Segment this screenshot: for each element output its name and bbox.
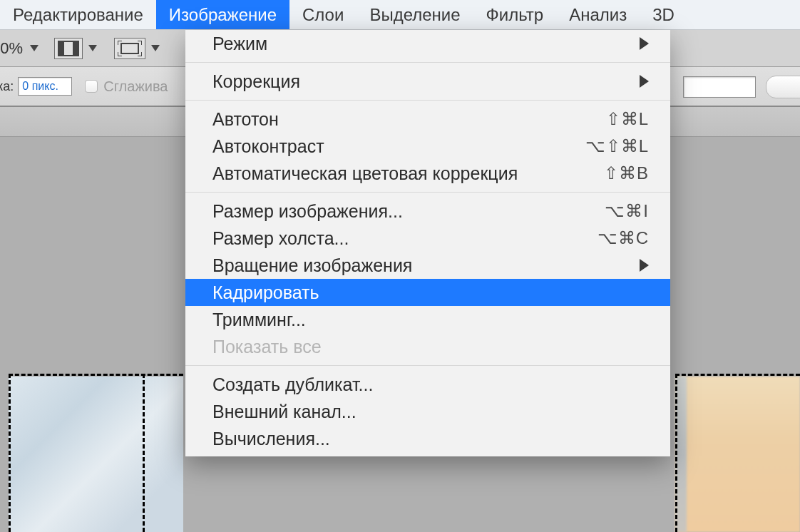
menu-edit[interactable]: Редактирование [0,0,156,29]
menu-item-reveal-all: Показать все [185,333,670,360]
svg-rect-1 [58,41,64,56]
menu-item-image-size[interactable]: Размер изображения... ⌥⌘I [185,198,670,225]
canvas-image-right[interactable] [675,377,800,532]
zoom-level[interactable]: 50% [0,39,39,58]
menu-separator [185,365,670,366]
menu-item-image-rotation[interactable]: Вращение изображения [185,252,670,279]
menu-filter[interactable]: Фильтр [473,0,557,29]
menu-separator [185,192,670,193]
screen-mode-icon[interactable] [54,38,83,59]
menu-item-calculations[interactable]: Вычисления... [185,425,670,452]
selection-border-top-left [9,374,183,376]
menubar: Редактирование Изображение Слои Выделени… [0,0,800,30]
dropdown-triangle-icon[interactable] [151,45,160,51]
panel-layout-icon [58,41,79,56]
right-toolbar-button[interactable] [766,76,800,98]
submenu-arrow-icon [640,259,649,272]
shortcut-label: ⇧⌘L [606,109,649,129]
submenu-arrow-icon [640,37,649,50]
document-bounds-icon[interactable] [114,38,145,59]
menu-3d[interactable]: 3D [640,0,687,29]
menu-item-apply-image[interactable]: Внешний канал... [185,398,670,425]
submenu-arrow-icon [640,75,649,88]
shortcut-label: ⇧⌘B [604,163,649,183]
antialias-checkbox[interactable] [85,80,98,93]
zoom-level-label: 50% [0,39,23,58]
svg-rect-2 [73,41,78,56]
menu-item-auto-contrast[interactable]: Автоконтраст ⌥⇧⌘L [185,133,670,160]
dropdown-triangle-icon [30,45,39,51]
canvas-image-left[interactable] [9,377,183,532]
menu-separator [185,100,670,101]
feather-input[interactable] [18,77,72,96]
menu-layers[interactable]: Слои [289,0,357,29]
menu-select[interactable]: Выделение [357,0,473,29]
feather-label: ка: [0,79,14,94]
svg-rect-3 [121,44,138,53]
menu-item-duplicate[interactable]: Создать дубликат... [185,371,670,398]
selection-border-vertical [143,374,145,532]
crop-bounds-icon [118,41,142,56]
menu-item-mode[interactable]: Режим [185,30,670,57]
menu-item-canvas-size[interactable]: Размер холста... ⌥⌘C [185,225,670,252]
shortcut-label: ⌥⇧⌘L [585,136,649,156]
menu-separator [185,62,670,63]
menu-analysis[interactable]: Анализ [556,0,640,29]
selection-border-right [675,374,677,532]
menu-item-auto-color[interactable]: Автоматическая цветовая коррекция ⇧⌘B [185,160,670,187]
selection-border-left [9,374,11,532]
antialias-label: Сглажива [103,78,168,95]
style-field[interactable] [683,76,756,98]
menu-item-trim[interactable]: Тримминг... [185,306,670,333]
menu-image[interactable]: Изображение [156,0,289,29]
shortcut-label: ⌥⌘I [605,201,649,221]
menu-item-crop[interactable]: Кадрировать [185,279,670,306]
menu-item-adjustments[interactable]: Коррекция [185,68,670,95]
image-menu-dropdown: Режим Коррекция Автотон ⇧⌘L Автоконтраст… [185,30,670,456]
selection-border-top-right [675,374,800,376]
menu-item-auto-tone[interactable]: Автотон ⇧⌘L [185,106,670,133]
dropdown-triangle-icon[interactable] [88,45,97,51]
shortcut-label: ⌥⌘C [598,228,649,248]
